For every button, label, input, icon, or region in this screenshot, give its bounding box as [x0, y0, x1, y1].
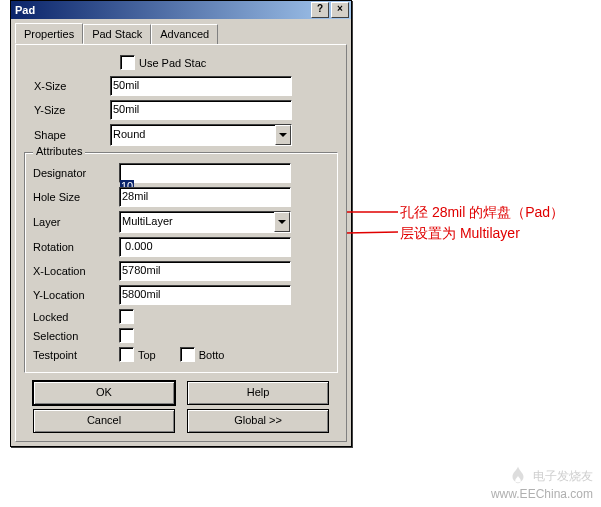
xsize-label: X-Size [34, 80, 110, 92]
flame-icon [507, 465, 529, 487]
rotation-input[interactable] [119, 237, 291, 257]
pad-dialog: Pad ? × Properties Pad Stack Advanced Us… [10, 0, 352, 447]
xsize-input[interactable] [110, 76, 292, 96]
properties-panel: Use Pad Stac X-Size Y-Size Shape [15, 44, 347, 442]
global-button[interactable]: Global >> [187, 409, 329, 433]
attributes-group: Attributes Designator 10 Hole Size Layer [24, 152, 338, 373]
ylocation-input[interactable] [119, 285, 291, 305]
testpoint-top-checkbox[interactable] [119, 347, 134, 362]
hole-size-input[interactable] [119, 187, 291, 207]
use-pad-stack-label: Use Pad Stac [139, 57, 206, 69]
testpoint-label: Testpoint [33, 349, 119, 361]
watermark: 电子发烧友 www.EEChina.com [491, 465, 593, 501]
watermark-url: www.EEChina.com [491, 487, 593, 501]
use-pad-stack-checkbox[interactable] [120, 55, 135, 70]
selection-checkbox[interactable] [119, 328, 134, 343]
shape-combo[interactable] [110, 124, 292, 146]
tab-advanced[interactable]: Advanced [151, 24, 218, 45]
hole-size-label: Hole Size [33, 191, 119, 203]
chevron-down-icon[interactable] [275, 125, 291, 145]
layer-combo[interactable] [119, 211, 291, 233]
ysize-label: Y-Size [34, 104, 110, 116]
tab-properties[interactable]: Properties [15, 23, 83, 44]
ylocation-label: Y-Location [33, 289, 119, 301]
window-title: Pad [15, 4, 309, 16]
locked-checkbox[interactable] [119, 309, 134, 324]
ok-button[interactable]: OK [33, 381, 175, 405]
locked-label: Locked [33, 311, 119, 323]
watermark-brand: 电子发烧友 [533, 468, 593, 485]
testpoint-bottom-checkbox[interactable] [180, 347, 195, 362]
layer-label: Layer [33, 216, 119, 228]
close-button[interactable]: × [331, 2, 349, 18]
annotation-hole-text: 孔径 28mil 的焊盘（Pad） [400, 204, 564, 222]
title-bar[interactable]: Pad ? × [11, 1, 351, 19]
cancel-button[interactable]: Cancel [33, 409, 175, 433]
designator-input[interactable]: 10 [119, 163, 291, 183]
tab-pad-stack[interactable]: Pad Stack [83, 24, 151, 45]
shape-label: Shape [34, 129, 110, 141]
help-button[interactable]: ? [311, 2, 329, 18]
ysize-input[interactable] [110, 100, 292, 120]
testpoint-bottom-label: Botto [199, 349, 225, 361]
selection-label: Selection [33, 330, 119, 342]
attributes-legend: Attributes [33, 145, 85, 157]
rotation-label: Rotation [33, 241, 119, 253]
testpoint-top-label: Top [138, 349, 156, 361]
annotation-layer-text: 层设置为 Multilayer [400, 225, 520, 243]
help-dialog-button[interactable]: Help [187, 381, 329, 405]
chevron-down-icon[interactable] [274, 212, 290, 232]
xlocation-input[interactable] [119, 261, 291, 281]
designator-label: Designator [33, 167, 119, 179]
xlocation-label: X-Location [33, 265, 119, 277]
tab-strip: Properties Pad Stack Advanced [15, 23, 347, 45]
